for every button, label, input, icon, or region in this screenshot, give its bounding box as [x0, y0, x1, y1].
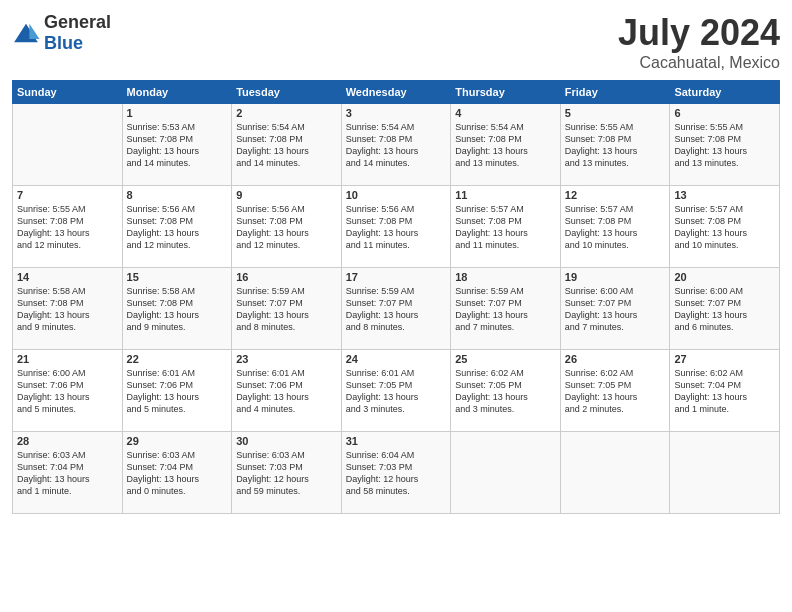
calendar-week-1: 1Sunrise: 5:53 AMSunset: 7:08 PMDaylight… — [13, 104, 780, 186]
day-number: 2 — [236, 107, 337, 119]
calendar-cell: 1Sunrise: 5:53 AMSunset: 7:08 PMDaylight… — [122, 104, 232, 186]
day-info: Sunrise: 5:53 AMSunset: 7:08 PMDaylight:… — [127, 121, 228, 170]
day-info: Sunrise: 5:54 AMSunset: 7:08 PMDaylight:… — [346, 121, 447, 170]
day-number: 23 — [236, 353, 337, 365]
calendar-cell: 24Sunrise: 6:01 AMSunset: 7:05 PMDayligh… — [341, 350, 451, 432]
calendar-cell: 13Sunrise: 5:57 AMSunset: 7:08 PMDayligh… — [670, 186, 780, 268]
day-number: 18 — [455, 271, 556, 283]
day-info: Sunrise: 5:55 AMSunset: 7:08 PMDaylight:… — [565, 121, 666, 170]
day-info: Sunrise: 6:00 AMSunset: 7:07 PMDaylight:… — [674, 285, 775, 334]
day-info: Sunrise: 5:56 AMSunset: 7:08 PMDaylight:… — [236, 203, 337, 252]
calendar-cell: 31Sunrise: 6:04 AMSunset: 7:03 PMDayligh… — [341, 432, 451, 514]
day-number: 25 — [455, 353, 556, 365]
day-number: 24 — [346, 353, 447, 365]
day-number: 6 — [674, 107, 775, 119]
calendar-week-5: 28Sunrise: 6:03 AMSunset: 7:04 PMDayligh… — [13, 432, 780, 514]
calendar-cell: 14Sunrise: 5:58 AMSunset: 7:08 PMDayligh… — [13, 268, 123, 350]
calendar-cell: 10Sunrise: 5:56 AMSunset: 7:08 PMDayligh… — [341, 186, 451, 268]
day-info: Sunrise: 6:02 AMSunset: 7:05 PMDaylight:… — [565, 367, 666, 416]
logo-icon — [12, 22, 40, 44]
calendar-cell: 6Sunrise: 5:55 AMSunset: 7:08 PMDaylight… — [670, 104, 780, 186]
calendar-cell: 17Sunrise: 5:59 AMSunset: 7:07 PMDayligh… — [341, 268, 451, 350]
day-number: 22 — [127, 353, 228, 365]
day-info: Sunrise: 6:03 AMSunset: 7:04 PMDaylight:… — [127, 449, 228, 498]
day-header-monday: Monday — [122, 81, 232, 104]
day-number: 8 — [127, 189, 228, 201]
day-number: 19 — [565, 271, 666, 283]
day-header-tuesday: Tuesday — [232, 81, 342, 104]
day-number: 1 — [127, 107, 228, 119]
day-number: 9 — [236, 189, 337, 201]
calendar-cell: 23Sunrise: 6:01 AMSunset: 7:06 PMDayligh… — [232, 350, 342, 432]
calendar-cell: 3Sunrise: 5:54 AMSunset: 7:08 PMDaylight… — [341, 104, 451, 186]
day-number: 26 — [565, 353, 666, 365]
calendar-cell: 21Sunrise: 6:00 AMSunset: 7:06 PMDayligh… — [13, 350, 123, 432]
calendar-cell: 25Sunrise: 6:02 AMSunset: 7:05 PMDayligh… — [451, 350, 561, 432]
day-number: 11 — [455, 189, 556, 201]
day-info: Sunrise: 6:01 AMSunset: 7:06 PMDaylight:… — [236, 367, 337, 416]
day-info: Sunrise: 5:59 AMSunset: 7:07 PMDaylight:… — [346, 285, 447, 334]
location-title: Cacahuatal, Mexico — [618, 54, 780, 72]
day-info: Sunrise: 5:56 AMSunset: 7:08 PMDaylight:… — [127, 203, 228, 252]
calendar-cell: 4Sunrise: 5:54 AMSunset: 7:08 PMDaylight… — [451, 104, 561, 186]
month-title: July 2024 — [618, 12, 780, 54]
logo-blue: Blue — [44, 33, 83, 53]
day-info: Sunrise: 6:00 AMSunset: 7:07 PMDaylight:… — [565, 285, 666, 334]
header: General Blue July 2024 Cacahuatal, Mexic… — [12, 12, 780, 72]
day-number: 16 — [236, 271, 337, 283]
day-number: 7 — [17, 189, 118, 201]
calendar-cell: 18Sunrise: 5:59 AMSunset: 7:07 PMDayligh… — [451, 268, 561, 350]
day-info: Sunrise: 5:54 AMSunset: 7:08 PMDaylight:… — [455, 121, 556, 170]
calendar-week-2: 7Sunrise: 5:55 AMSunset: 7:08 PMDaylight… — [13, 186, 780, 268]
calendar-cell: 22Sunrise: 6:01 AMSunset: 7:06 PMDayligh… — [122, 350, 232, 432]
day-header-saturday: Saturday — [670, 81, 780, 104]
logo-text: General Blue — [44, 12, 111, 54]
day-info: Sunrise: 5:56 AMSunset: 7:08 PMDaylight:… — [346, 203, 447, 252]
day-info: Sunrise: 6:01 AMSunset: 7:06 PMDaylight:… — [127, 367, 228, 416]
day-number: 28 — [17, 435, 118, 447]
day-header-wednesday: Wednesday — [341, 81, 451, 104]
day-number: 14 — [17, 271, 118, 283]
day-info: Sunrise: 5:57 AMSunset: 7:08 PMDaylight:… — [455, 203, 556, 252]
day-info: Sunrise: 5:59 AMSunset: 7:07 PMDaylight:… — [455, 285, 556, 334]
day-header-thursday: Thursday — [451, 81, 561, 104]
day-number: 3 — [346, 107, 447, 119]
day-info: Sunrise: 6:02 AMSunset: 7:05 PMDaylight:… — [455, 367, 556, 416]
day-info: Sunrise: 5:55 AMSunset: 7:08 PMDaylight:… — [674, 121, 775, 170]
calendar-cell — [451, 432, 561, 514]
day-info: Sunrise: 6:00 AMSunset: 7:06 PMDaylight:… — [17, 367, 118, 416]
calendar-cell: 8Sunrise: 5:56 AMSunset: 7:08 PMDaylight… — [122, 186, 232, 268]
calendar-cell: 29Sunrise: 6:03 AMSunset: 7:04 PMDayligh… — [122, 432, 232, 514]
day-number: 29 — [127, 435, 228, 447]
day-number: 31 — [346, 435, 447, 447]
calendar-cell: 20Sunrise: 6:00 AMSunset: 7:07 PMDayligh… — [670, 268, 780, 350]
calendar-table: SundayMondayTuesdayWednesdayThursdayFrid… — [12, 80, 780, 514]
day-number: 20 — [674, 271, 775, 283]
day-header-sunday: Sunday — [13, 81, 123, 104]
calendar-cell: 30Sunrise: 6:03 AMSunset: 7:03 PMDayligh… — [232, 432, 342, 514]
calendar-cell: 11Sunrise: 5:57 AMSunset: 7:08 PMDayligh… — [451, 186, 561, 268]
calendar-cell: 5Sunrise: 5:55 AMSunset: 7:08 PMDaylight… — [560, 104, 670, 186]
day-info: Sunrise: 6:02 AMSunset: 7:04 PMDaylight:… — [674, 367, 775, 416]
day-number: 4 — [455, 107, 556, 119]
calendar-cell: 15Sunrise: 5:58 AMSunset: 7:08 PMDayligh… — [122, 268, 232, 350]
day-info: Sunrise: 6:03 AMSunset: 7:04 PMDaylight:… — [17, 449, 118, 498]
day-number: 27 — [674, 353, 775, 365]
logo: General Blue — [12, 12, 111, 54]
calendar-cell: 12Sunrise: 5:57 AMSunset: 7:08 PMDayligh… — [560, 186, 670, 268]
day-info: Sunrise: 6:04 AMSunset: 7:03 PMDaylight:… — [346, 449, 447, 498]
calendar-cell: 9Sunrise: 5:56 AMSunset: 7:08 PMDaylight… — [232, 186, 342, 268]
calendar-week-3: 14Sunrise: 5:58 AMSunset: 7:08 PMDayligh… — [13, 268, 780, 350]
calendar-cell: 26Sunrise: 6:02 AMSunset: 7:05 PMDayligh… — [560, 350, 670, 432]
calendar-cell: 7Sunrise: 5:55 AMSunset: 7:08 PMDaylight… — [13, 186, 123, 268]
calendar-header-row: SundayMondayTuesdayWednesdayThursdayFrid… — [13, 81, 780, 104]
calendar-cell: 19Sunrise: 6:00 AMSunset: 7:07 PMDayligh… — [560, 268, 670, 350]
day-info: Sunrise: 5:54 AMSunset: 7:08 PMDaylight:… — [236, 121, 337, 170]
day-number: 15 — [127, 271, 228, 283]
day-number: 10 — [346, 189, 447, 201]
day-number: 5 — [565, 107, 666, 119]
calendar-cell — [13, 104, 123, 186]
calendar-cell: 2Sunrise: 5:54 AMSunset: 7:08 PMDaylight… — [232, 104, 342, 186]
calendar-body: 1Sunrise: 5:53 AMSunset: 7:08 PMDaylight… — [13, 104, 780, 514]
day-info: Sunrise: 5:58 AMSunset: 7:08 PMDaylight:… — [17, 285, 118, 334]
